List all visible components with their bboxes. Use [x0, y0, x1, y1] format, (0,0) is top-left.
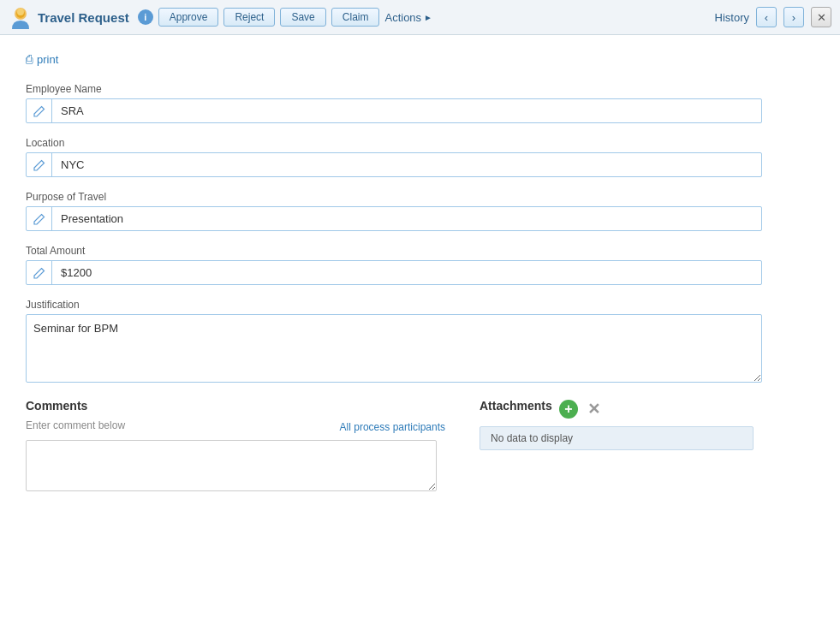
attach-remove-icon[interactable]: ✕	[585, 400, 604, 419]
location-group: Location NYC	[26, 137, 814, 177]
bottom-sections: Comments Enter comment below All process…	[26, 399, 814, 494]
location-field: NYC	[26, 152, 762, 177]
no-data-box: No data to display	[480, 426, 754, 450]
actions-arrow-icon: ►	[424, 13, 432, 22]
attachments-title: Attachments	[480, 399, 552, 413]
location-label: Location	[26, 137, 814, 149]
prev-button[interactable]: ‹	[756, 7, 777, 27]
print-label: print	[37, 53, 58, 66]
purpose-value: Presentation	[52, 207, 761, 230]
purpose-group: Purpose of Travel Presentation	[26, 191, 814, 231]
employee-name-edit-icon[interactable]	[27, 99, 52, 122]
main-content: ⎙ print Employee Name SRA Location NYC P…	[0, 35, 840, 511]
page-title: Travel Request	[38, 10, 129, 25]
comment-participants[interactable]: All process participants	[340, 421, 445, 433]
employee-name-field: SRA	[26, 98, 762, 123]
next-button[interactable]: ›	[783, 7, 804, 27]
justification-group: Justification Seminar for BPM	[26, 299, 814, 385]
attachments-section: Attachments + ✕ No data to display	[480, 399, 814, 494]
print-icon: ⎙	[26, 52, 33, 66]
toolbar-left: Travel Request i Approve Reject Save Cla…	[9, 5, 715, 29]
employee-name-group: Employee Name SRA	[26, 83, 814, 123]
location-value: NYC	[52, 153, 761, 176]
purpose-label: Purpose of Travel	[26, 191, 814, 203]
actions-label-text: Actions	[384, 11, 421, 24]
reject-button[interactable]: Reject	[223, 8, 275, 27]
justification-textarea[interactable]: Seminar for BPM	[26, 314, 762, 383]
employee-name-label: Employee Name	[26, 83, 814, 95]
comments-section: Comments Enter comment below All process…	[26, 399, 445, 494]
avatar-icon	[9, 5, 33, 29]
save-button[interactable]: Save	[280, 8, 325, 27]
toolbar: Travel Request i Approve Reject Save Cla…	[0, 0, 840, 35]
comment-textarea[interactable]	[26, 440, 437, 491]
total-amount-label: Total Amount	[26, 245, 814, 257]
claim-button[interactable]: Claim	[331, 8, 380, 27]
purpose-edit-icon[interactable]	[27, 207, 52, 230]
total-amount-value: $1200	[52, 261, 761, 284]
attach-add-icon[interactable]: +	[559, 400, 578, 419]
justification-label: Justification	[26, 299, 814, 311]
info-icon[interactable]: i	[138, 9, 153, 25]
svg-point-2	[17, 9, 24, 15]
location-edit-icon[interactable]	[27, 153, 52, 176]
print-link[interactable]: ⎙ print	[26, 52, 814, 66]
total-amount-field: $1200	[26, 260, 762, 285]
close-button[interactable]: ✕	[811, 7, 831, 27]
comment-hint: Enter comment below	[26, 419, 125, 431]
attachments-title-row: Attachments + ✕	[480, 399, 814, 419]
approve-button[interactable]: Approve	[158, 8, 219, 27]
total-amount-group: Total Amount $1200	[26, 245, 814, 285]
total-amount-edit-icon[interactable]	[27, 261, 52, 284]
employee-name-value: SRA	[52, 99, 761, 122]
comments-title: Comments	[26, 399, 445, 413]
actions-menu[interactable]: Actions ►	[384, 11, 432, 24]
purpose-field: Presentation	[26, 206, 762, 231]
toolbar-right: History ‹ › ✕	[715, 7, 831, 27]
history-label[interactable]: History	[715, 11, 749, 24]
comment-hint-row: Enter comment below All process particip…	[26, 419, 445, 435]
